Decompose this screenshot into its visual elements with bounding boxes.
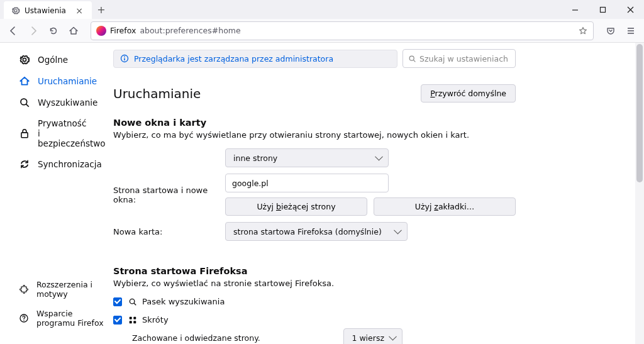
sidebar-item-extensions[interactable]: Rozszerzenia i motywy: [0, 275, 113, 304]
search-icon: [19, 97, 30, 108]
gear-icon: [11, 6, 20, 15]
svg-point-15: [409, 56, 414, 60]
section-windows-tabs-desc: Wybierz, co ma być wyświetlane przy otwi…: [113, 130, 516, 140]
home-button[interactable]: [64, 21, 83, 40]
svg-line-8: [26, 104, 29, 107]
section-windows-tabs-title: Nowe okna i karty: [113, 118, 516, 128]
new-tab-button[interactable]: +: [92, 0, 111, 19]
svg-rect-22: [133, 321, 136, 323]
minimize-button[interactable]: [561, 0, 589, 19]
sync-icon: [19, 158, 30, 170]
use-current-page-button[interactable]: Użyj bieżącej strony: [225, 197, 367, 216]
checkbox-shortcuts[interactable]: [113, 316, 122, 325]
checkbox-websearch-label: Pasek wyszukiwania: [128, 297, 225, 306]
save-pocket-button[interactable]: [601, 21, 620, 40]
reload-button[interactable]: [44, 21, 63, 40]
svg-rect-20: [133, 316, 136, 319]
homepage-label: Strona startowa i nowe okna:: [113, 186, 225, 204]
url-path: about:preferences#home: [140, 26, 240, 35]
url-host: Firefox: [110, 26, 136, 35]
sidebar-item-home[interactable]: Uruchamianie: [0, 70, 113, 92]
home-icon: [19, 75, 30, 87]
section-firefoxhome-title: Strona startowa Firefoksa: [113, 266, 516, 276]
homepage-url-input[interactable]: [225, 174, 389, 192]
svg-rect-1: [600, 7, 605, 12]
svg-point-7: [21, 99, 27, 105]
sidebar-item-label: Wsparcie programu Firefox: [36, 309, 106, 328]
svg-point-14: [124, 56, 125, 57]
newtab-label: Nowa karta:: [113, 227, 225, 236]
sidebar-item-label: Synchronizacja: [38, 159, 102, 169]
shortcuts-rows-select[interactable]: 1 wiersz: [343, 328, 402, 344]
svg-point-11: [23, 320, 25, 321]
info-icon: [120, 54, 129, 63]
info-text: Przeglądarka jest zarządzana przez admin…: [134, 54, 333, 64]
gear-icon: [19, 54, 30, 65]
tab-title: Ustawienia: [25, 6, 66, 15]
settings-main: Przeglądarka jest zarządzana przez admin…: [113, 43, 644, 344]
help-icon: [19, 313, 29, 324]
svg-line-18: [134, 303, 136, 305]
sidebar-item-label: Prywatnośći bezpieczeństwo: [38, 118, 106, 148]
settings-sidebar: Ogólne Uruchamianie Wyszukiwanie Prywatn…: [0, 43, 113, 344]
tab-close-icon[interactable]: ×: [74, 6, 84, 16]
sidebar-item-search[interactable]: Wyszukiwanie: [0, 92, 113, 113]
page-title: Uruchamianie Przywróć domyślne: [113, 84, 516, 103]
scrollbar-thumb[interactable]: [636, 44, 643, 182]
nav-toolbar: Firefox about:preferences#home: [0, 19, 644, 43]
svg-line-16: [413, 60, 415, 62]
lock-icon: [19, 128, 30, 139]
maximize-button[interactable]: [589, 0, 616, 19]
titlebar: Ustawienia × +: [0, 0, 644, 19]
admin-info-bar[interactable]: Przeglądarka jest zarządzana przez admin…: [113, 50, 397, 68]
section-firefoxhome-desc: Wybierz, co wyświetlać na stronie starto…: [113, 279, 516, 288]
shortcuts-desc: Zachowane i odwiedzane strony.: [132, 333, 260, 343]
sidebar-item-general[interactable]: Ogólne: [0, 49, 113, 70]
svg-point-17: [130, 299, 135, 304]
scrollbar[interactable]: [635, 43, 644, 344]
use-bookmark-button[interactable]: Użyj zakładki…: [374, 197, 516, 216]
sidebar-item-label: Uruchamianie: [38, 76, 97, 86]
url-bar[interactable]: Firefox about:preferences#home: [91, 21, 594, 40]
settings-search-input[interactable]: Szukaj w ustawieniach: [402, 49, 516, 68]
svg-rect-21: [130, 321, 132, 323]
browser-tab[interactable]: Ustawienia ×: [4, 1, 92, 19]
homepage-mode-select[interactable]: inne strony: [225, 148, 389, 167]
close-window-button[interactable]: [616, 0, 644, 19]
sidebar-item-sync[interactable]: Synchronizacja: [0, 153, 113, 175]
forward-button[interactable]: [24, 21, 43, 40]
search-placeholder: Szukaj w ustawieniach: [419, 54, 508, 64]
newtab-mode-select[interactable]: strona startowa Firefoksa (domyślnie): [225, 222, 408, 241]
sidebar-item-privacy[interactable]: Prywatnośći bezpieczeństwo: [0, 113, 113, 153]
checkbox-websearch[interactable]: [113, 297, 122, 306]
svg-rect-9: [21, 133, 28, 138]
sidebar-item-label: Ogólne: [38, 55, 68, 65]
window-controls: [561, 0, 644, 19]
checkbox-shortcuts-label: Skróty: [128, 315, 169, 325]
sidebar-item-label: Wyszukiwanie: [38, 97, 97, 108]
app-menu-button[interactable]: [621, 21, 640, 40]
sidebar-item-support[interactable]: Wsparcie programu Firefox: [0, 304, 113, 333]
sidebar-item-label: Rozszerzenia i motywy: [36, 280, 106, 299]
svg-rect-19: [130, 316, 132, 319]
bookmark-star-icon[interactable]: [578, 26, 588, 36]
puzzle-icon: [19, 284, 29, 295]
restore-defaults-button[interactable]: Przywróć domyślne: [421, 84, 516, 103]
firefox-icon: [96, 26, 106, 36]
back-button[interactable]: [4, 21, 23, 40]
